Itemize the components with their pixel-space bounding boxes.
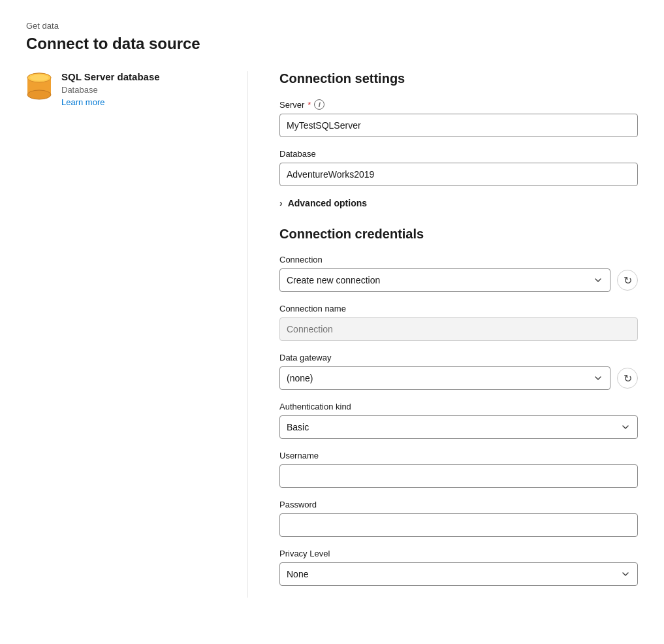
- connection-name-field-group: Connection name: [279, 304, 638, 341]
- database-field-group: Database: [279, 149, 638, 186]
- privacy-level-label: Privacy Level: [279, 549, 638, 558]
- main-content: Connection settings Server * i Database …: [248, 71, 638, 598]
- advanced-options-label: Advanced options: [288, 198, 367, 208]
- password-field-group: Password: [279, 500, 638, 537]
- svg-point-2: [27, 90, 51, 99]
- privacy-level-field-group: Privacy Level None Public Organizational…: [279, 549, 638, 586]
- data-gateway-field-group: Data gateway (none) ↻: [279, 353, 638, 390]
- sidebar-source-subtitle: Database: [61, 85, 160, 95]
- privacy-level-select[interactable]: None Public Organizational Private: [279, 562, 638, 586]
- server-input[interactable]: [279, 114, 638, 137]
- connection-name-label: Connection name: [279, 304, 638, 314]
- chevron-right-icon: ›: [279, 198, 283, 208]
- advanced-options-toggle[interactable]: › Advanced options: [279, 198, 638, 208]
- password-label: Password: [279, 500, 638, 509]
- data-gateway-label: Data gateway: [279, 353, 638, 362]
- connection-settings-title: Connection settings: [279, 71, 638, 86]
- connection-name-input[interactable]: [279, 317, 638, 341]
- data-gateway-select[interactable]: (none): [279, 366, 610, 390]
- connection-label: Connection: [279, 255, 638, 265]
- server-required-star: *: [308, 100, 311, 110]
- breadcrumb: Get data: [26, 21, 638, 31]
- svg-point-4: [30, 75, 48, 81]
- connection-field-group: Connection Create new connection ↻: [279, 255, 638, 292]
- connection-refresh-button[interactable]: ↻: [617, 270, 638, 291]
- sidebar-source-item: SQL Server database Database Learn more: [26, 71, 221, 107]
- auth-kind-field-group: Authentication kind Basic Windows Anonym…: [279, 402, 638, 439]
- server-info-icon: i: [314, 99, 324, 110]
- database-input[interactable]: [279, 163, 638, 186]
- username-label: Username: [279, 451, 638, 460]
- password-input[interactable]: [279, 513, 638, 537]
- page-title: Connect to data source: [26, 35, 638, 53]
- refresh-icon: ↻: [624, 274, 632, 287]
- data-gateway-refresh-button[interactable]: ↻: [617, 368, 638, 389]
- auth-kind-select[interactable]: Basic Windows Anonymous: [279, 415, 638, 439]
- learn-more-link[interactable]: Learn more: [61, 97, 160, 107]
- sidebar: SQL Server database Database Learn more: [26, 71, 248, 598]
- database-label: Database: [279, 149, 638, 159]
- auth-kind-label: Authentication kind: [279, 402, 638, 411]
- connection-select[interactable]: Create new connection: [279, 268, 610, 292]
- username-field-group: Username: [279, 451, 638, 488]
- sql-server-icon: [26, 72, 52, 101]
- server-field-group: Server * i: [279, 99, 638, 137]
- connection-credentials-title: Connection credentials: [279, 227, 638, 242]
- server-label: Server * i: [279, 99, 638, 110]
- sidebar-source-title: SQL Server database: [61, 71, 160, 82]
- gateway-refresh-icon: ↻: [624, 372, 632, 385]
- sidebar-source-text: SQL Server database Database Learn more: [61, 71, 160, 107]
- username-input[interactable]: [279, 464, 638, 488]
